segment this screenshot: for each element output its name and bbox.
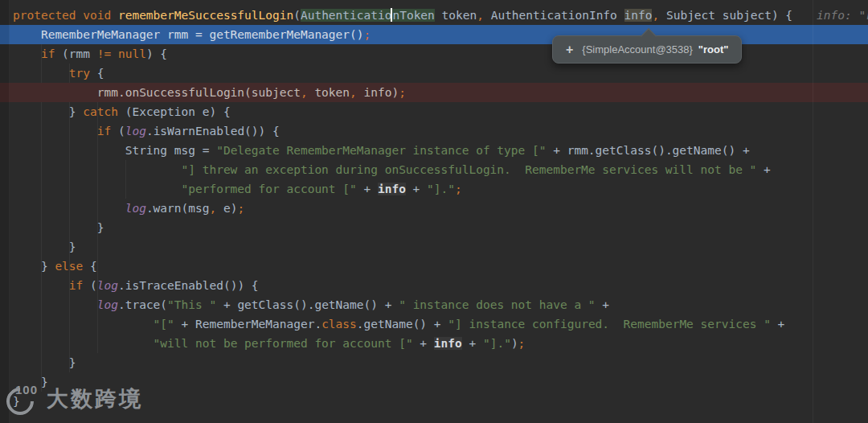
code-token: "[" bbox=[154, 318, 174, 331]
code-token bbox=[13, 183, 182, 195]
code-token: .getName() + bbox=[357, 318, 448, 331]
code-token: + bbox=[357, 183, 378, 195]
code-token: .isTraceEnabled()) { bbox=[118, 279, 259, 292]
code-token: , bbox=[301, 86, 308, 99]
code-token: .trace( bbox=[118, 298, 167, 311]
code-token: + bbox=[406, 183, 427, 195]
code-token: "]." bbox=[427, 183, 455, 195]
code-token: "performed for account [" bbox=[182, 183, 357, 195]
code-token: token bbox=[308, 86, 350, 99]
code-token: AuthenticationInfo bbox=[484, 9, 624, 22]
right-margin-guide bbox=[813, 0, 813, 423]
code-token: ) bbox=[511, 337, 518, 350]
code-token: ; bbox=[518, 337, 526, 350]
code-token: { bbox=[90, 67, 104, 80]
watermark-logo-number: 100 bbox=[15, 383, 38, 396]
code-token: log bbox=[125, 125, 146, 138]
code-token bbox=[13, 67, 69, 80]
expand-plus-icon[interactable]: + bbox=[566, 43, 573, 57]
watermark: 100 大数跨境 bbox=[5, 381, 143, 417]
code-token: "] threw an exception during onSuccessfu… bbox=[182, 163, 757, 176]
code-token: "]." bbox=[483, 337, 511, 350]
code-token: info: "r bbox=[817, 9, 868, 22]
code-line[interactable]: } bbox=[0, 237, 868, 257]
code-token: + rmm.getClass().getName() + bbox=[546, 144, 749, 157]
code-token: Subject subject bbox=[659, 9, 772, 22]
code-line[interactable]: "will not be performed for account [" + … bbox=[0, 334, 868, 353]
code-token: } bbox=[13, 240, 76, 253]
code-line[interactable]: "] threw an exception during onSuccessfu… bbox=[0, 160, 868, 179]
code-line[interactable]: log.warn(msg, e); bbox=[0, 199, 868, 218]
code-token: + bbox=[771, 318, 784, 331]
code-token: , bbox=[350, 86, 357, 99]
code-token bbox=[13, 163, 182, 176]
code-token: catch bbox=[83, 105, 118, 118]
code-token bbox=[13, 202, 125, 215]
code-line[interactable]: "[" + RememberMeManager.class.getName() … bbox=[0, 314, 868, 334]
tooltip-object-value: "root" bbox=[698, 43, 729, 55]
code-token: (Exception e) { bbox=[118, 105, 231, 118]
code-token: else bbox=[55, 260, 83, 273]
code-token: String msg = bbox=[13, 144, 216, 157]
code-token: + bbox=[413, 337, 434, 350]
code-token: (rmm bbox=[55, 47, 96, 60]
debugger-value-tooltip[interactable]: + {SimpleAccount@3538} "root" bbox=[552, 35, 742, 64]
code-line[interactable]: } bbox=[0, 353, 868, 372]
code-token: } bbox=[13, 221, 104, 234]
code-token: log bbox=[97, 298, 118, 311]
code-token: info bbox=[624, 9, 653, 22]
code-line[interactable]: log.trace("This " + getClass().getName()… bbox=[0, 295, 868, 314]
code-token: + bbox=[596, 298, 609, 311]
code-line[interactable]: if (log.isWarnEnabled()) { bbox=[0, 121, 868, 141]
code-line[interactable]: rmm.onSuccessfulLogin(subject, token, in… bbox=[0, 83, 868, 102]
code-line[interactable]: protected void rememberMeSuccessfulLogin… bbox=[0, 6, 868, 25]
code-token: "Delegate RememberMeManager instance of … bbox=[216, 144, 546, 157]
code-token: protected void bbox=[13, 9, 118, 22]
code-token bbox=[13, 47, 41, 60]
code-token bbox=[111, 47, 118, 60]
code-token bbox=[13, 279, 69, 292]
code-token: log bbox=[125, 202, 146, 215]
code-token: ( bbox=[111, 125, 125, 138]
code-line[interactable]: } catch (Exception e) { bbox=[0, 102, 868, 121]
code-token: info bbox=[434, 337, 462, 350]
code-token: class bbox=[321, 318, 357, 331]
code-token: token bbox=[435, 9, 477, 22]
code-token: Authenticatio bbox=[301, 9, 392, 22]
code-token bbox=[13, 318, 154, 331]
tooltip-object-reference: {SimpleAccount@3538} bbox=[582, 43, 693, 55]
code-line[interactable]: try { bbox=[0, 64, 868, 83]
code-token: rmm.onSuccessfulLogin(subject bbox=[13, 86, 301, 99]
code-token: if bbox=[97, 125, 111, 138]
code-line[interactable]: String msg = "Delegate RememberMeManager… bbox=[0, 141, 868, 160]
code-token: .warn(msg bbox=[146, 202, 210, 215]
code-area: protected void rememberMeSuccessfulLogin… bbox=[0, 6, 868, 411]
code-line[interactable]: "performed for account [" + info + "]."; bbox=[0, 179, 868, 199]
code-token: .isWarnEnabled()) { bbox=[146, 125, 280, 138]
code-token: { bbox=[83, 260, 96, 273]
code-token: ( bbox=[293, 9, 301, 22]
code-token: try bbox=[69, 67, 90, 80]
code-token: + getClass().getName() + bbox=[216, 298, 399, 311]
code-token: ; bbox=[364, 28, 371, 41]
code-line[interactable]: if (log.isTraceEnabled()) { bbox=[0, 276, 868, 295]
code-token: RememberMeManager rmm = getRememberMeMan… bbox=[13, 28, 364, 41]
code-token: ) { bbox=[772, 9, 792, 22]
code-line[interactable]: } else { bbox=[0, 257, 868, 276]
editor-gutter[interactable] bbox=[0, 0, 10, 423]
code-token: if bbox=[69, 279, 83, 292]
code-token: rememberMeSuccessfulLogin bbox=[118, 9, 293, 22]
code-token: } bbox=[13, 105, 83, 118]
code-token: , bbox=[477, 9, 484, 22]
code-token: log bbox=[97, 279, 118, 292]
code-token: ; bbox=[237, 202, 244, 215]
code-token: null bbox=[118, 47, 146, 60]
code-line[interactable]: } bbox=[0, 218, 868, 237]
code-token: "] instance configured. RememberMe servi… bbox=[448, 318, 771, 331]
code-token: , bbox=[652, 9, 659, 22]
code-token: ) { bbox=[146, 47, 167, 60]
code-token: + RememberMeManager. bbox=[174, 318, 321, 331]
code-token: if bbox=[41, 47, 55, 60]
code-token bbox=[13, 337, 154, 350]
code-token: "will not be performed for account [" bbox=[154, 337, 413, 350]
